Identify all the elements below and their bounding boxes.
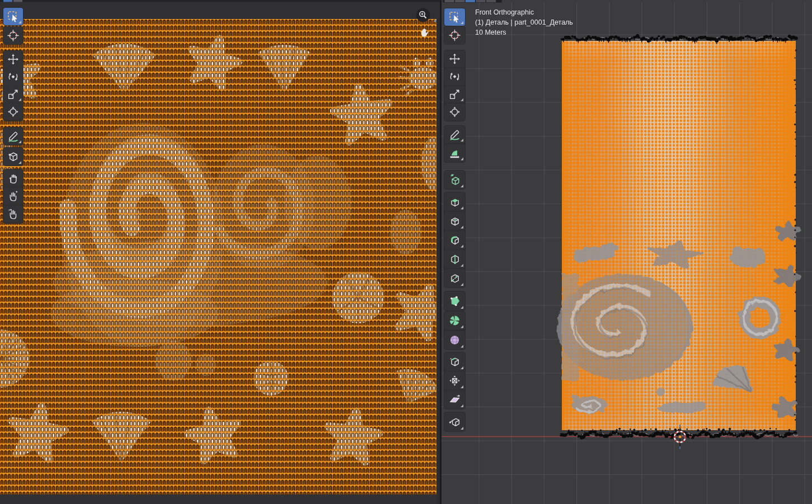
svg-text:Front Orthographic: Front Orthographic — [475, 8, 534, 16]
svg-text:(1) Деталь | part_0001_Деталь: (1) Деталь | part_0001_Деталь — [475, 18, 573, 26]
svg-text:10 Meters: 10 Meters — [475, 29, 506, 36]
